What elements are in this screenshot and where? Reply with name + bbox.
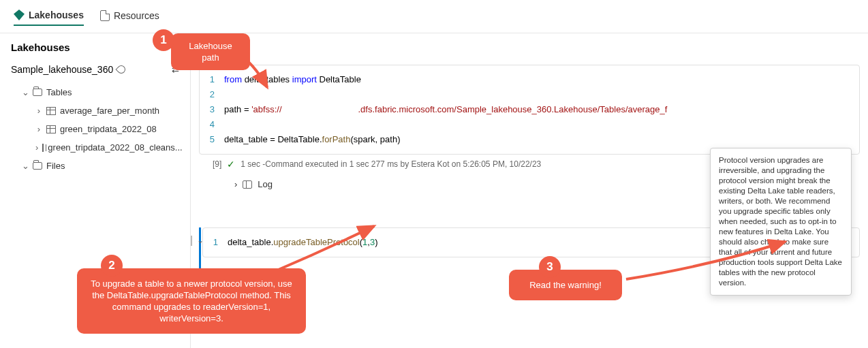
tab-resources[interactable]: Resources [100,10,159,26]
lakehouse-name: Sample_lakehouse_360 [11,64,113,75]
lakehouse-icon [14,10,25,20]
check-icon: ✓ [227,159,235,170]
callout-badge-3: 3 [539,256,561,278]
tree-label: Tables [46,87,72,97]
table-row[interactable]: › green_tripdata_2022_08_cleans... [11,138,179,157]
chevron-right-icon: › [234,179,237,189]
callout-badge-2: 2 [101,255,123,276]
top-tabs: Lakehouses Resources [0,0,868,33]
folder-icon [33,89,42,96]
warning-tooltip: Protocol version upgrades are irreversib… [710,148,852,296]
pin-icon[interactable] [116,64,127,76]
status-text: 1 sec -Command executed in 1 sec 277 ms … [241,159,541,169]
table-row[interactable]: › average_fare_per_month [11,101,179,120]
tooltip-text: Protocol version upgrades are irreversib… [719,156,842,287]
chevron-right-icon: › [35,142,38,153]
document-icon [100,10,110,21]
callout-2: To upgrade a table to a newer protocol v… [77,268,306,334]
separator: | [191,234,193,247]
chevron-down-icon[interactable]: ⌄ [197,236,204,245]
table-icon [46,125,56,133]
tree-label: Files [46,161,65,171]
callout-3: Read the warning! [509,270,622,300]
table-icon [46,107,56,115]
callout-badge-1: 1 [153,29,174,51]
tree-tables[interactable]: ⌄ Tables [11,83,179,101]
tree-files[interactable]: ⌄ Files [11,157,179,175]
lakehouse-selector[interactable]: Sample_lakehouse_360 ⇄ [11,64,179,75]
tab-label: Lakehouses [29,10,84,20]
table-name: average_fare_per_month [60,106,159,116]
table-row[interactable]: › green_tripdata_2022_08 [11,120,179,138]
cell-run-gutter: | ⌄ [191,234,201,247]
tab-label: Resources [114,10,159,21]
log-icon [243,180,252,189]
log-label: Log [258,179,273,189]
folder-icon [33,162,42,170]
cell-index: [9] [213,159,221,169]
callout-1: Lakehouse path [171,33,250,70]
chevron-right-icon: › [35,124,42,134]
tab-lakehouses[interactable]: Lakehouses [14,10,84,26]
chevron-right-icon: › [35,106,42,116]
chevron-down-icon: ⌄ [22,87,29,97]
chevron-down-icon: ⌄ [22,161,29,171]
code-block[interactable]: 1from delta.tables import DeltaTable23pa… [199,65,860,155]
table-icon [42,144,44,152]
table-name: green_tripdata_2022_08 [60,124,157,134]
table-name: green_tripdata_2022_08_cleans... [48,142,182,153]
